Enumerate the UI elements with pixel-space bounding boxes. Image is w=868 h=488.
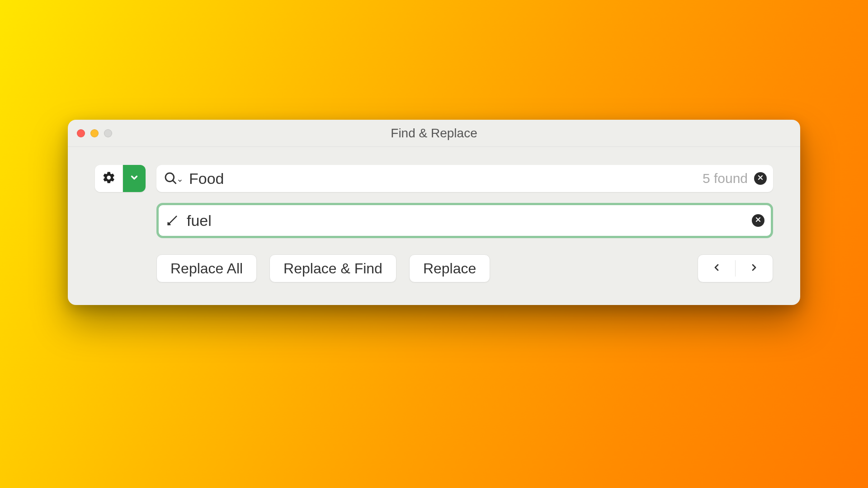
content-area: 5 found (68, 147, 800, 305)
find-replace-window: Find & Replace (68, 120, 800, 305)
settings-button[interactable] (95, 165, 123, 192)
search-row: 5 found (95, 165, 773, 192)
gear-icon (102, 171, 116, 186)
chevron-down-icon (129, 173, 139, 184)
search-menu-icon[interactable] (164, 171, 183, 186)
close-icon (755, 216, 761, 225)
prev-match-button[interactable] (698, 255, 735, 282)
close-window-button[interactable] (77, 129, 85, 137)
close-icon (757, 174, 764, 183)
replace-input[interactable] (187, 212, 752, 230)
chevron-right-icon (749, 262, 760, 275)
minimize-window-button[interactable] (90, 129, 99, 137)
window-title: Find & Replace (68, 126, 800, 141)
mode-dropdown-button[interactable] (123, 165, 146, 192)
traffic-lights (77, 129, 112, 137)
nav-group (698, 254, 773, 282)
search-field[interactable]: 5 found (156, 165, 773, 192)
svg-line-1 (173, 180, 176, 183)
maximize-window-button (104, 129, 112, 137)
buttons-row: Replace All Replace & Find Replace (156, 254, 773, 282)
replace-all-button[interactable]: Replace All (156, 254, 257, 282)
chevron-left-icon (711, 262, 722, 275)
next-match-button[interactable] (736, 255, 773, 282)
pencil-icon (166, 214, 179, 227)
found-count: 5 found (703, 171, 748, 186)
clear-replace-button[interactable] (752, 214, 764, 227)
search-input[interactable] (189, 170, 703, 188)
options-control-group (95, 165, 146, 192)
titlebar: Find & Replace (68, 120, 800, 147)
replace-button[interactable]: Replace (409, 254, 490, 282)
replace-row (156, 203, 773, 238)
replace-field[interactable] (156, 203, 773, 238)
clear-search-button[interactable] (754, 172, 767, 185)
replace-and-find-button[interactable]: Replace & Find (269, 254, 396, 282)
